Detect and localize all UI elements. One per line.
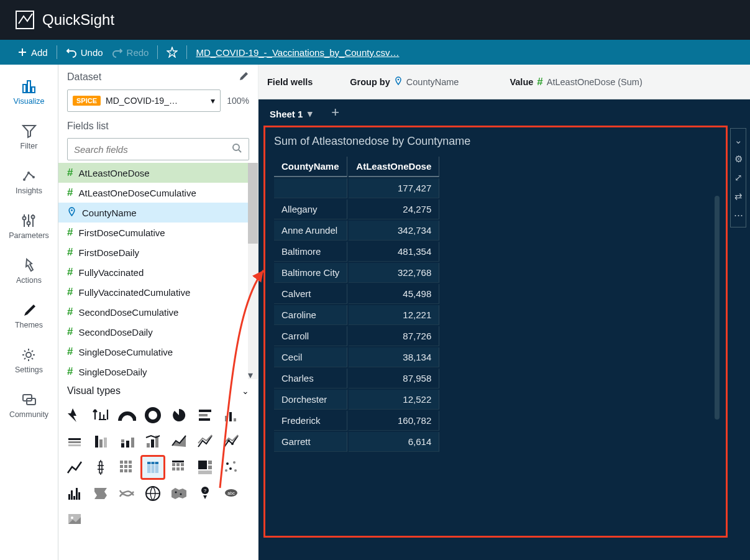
field-item[interactable]: #SingleDoseCumulative bbox=[58, 342, 258, 362]
undo-button[interactable]: Undo bbox=[66, 47, 103, 58]
visual-type-option[interactable] bbox=[167, 403, 191, 428]
value-value[interactable]: AtLeastOneDose (Sum) bbox=[547, 77, 643, 87]
svg-rect-66 bbox=[68, 494, 70, 500]
svg-rect-18 bbox=[199, 414, 208, 416]
visual-type-option[interactable] bbox=[219, 403, 244, 428]
table-row[interactable]: Anne Arundel342,734 bbox=[274, 221, 439, 241]
field-item[interactable]: #SecondDoseCumulative bbox=[58, 302, 258, 322]
table-row[interactable]: Charles87,958 bbox=[274, 369, 439, 388]
visual-type-option[interactable] bbox=[62, 429, 87, 454]
field-item[interactable]: #SecondDoseDaily bbox=[58, 322, 258, 342]
table-row[interactable]: 177,427 bbox=[274, 178, 439, 198]
visual-type-option[interactable] bbox=[167, 481, 191, 506]
visual-type-option[interactable] bbox=[114, 455, 139, 480]
nav-actions[interactable]: Actions bbox=[16, 254, 42, 288]
edit-dataset-icon[interactable] bbox=[239, 71, 249, 83]
fields-scrollbar-thumb[interactable] bbox=[248, 163, 258, 244]
svg-rect-68 bbox=[73, 496, 75, 500]
nav-settings[interactable]: Settings bbox=[15, 343, 43, 378]
add-sheet-button[interactable]: + bbox=[326, 101, 344, 124]
svg-rect-69 bbox=[76, 488, 78, 500]
more-icon[interactable]: ⋯ bbox=[734, 209, 743, 221]
svg-rect-39 bbox=[120, 461, 123, 464]
visual-type-option[interactable] bbox=[193, 429, 217, 454]
visual-type-option[interactable] bbox=[88, 429, 113, 454]
visual-type-option[interactable] bbox=[193, 403, 217, 428]
table-row[interactable]: Garrett6,614 bbox=[274, 432, 439, 452]
table-row[interactable]: Carroll87,726 bbox=[274, 326, 439, 346]
table-row[interactable]: Cecil38,134 bbox=[274, 347, 439, 367]
redo-button[interactable]: Redo bbox=[112, 47, 149, 58]
visual-type-option[interactable]: ? bbox=[193, 481, 217, 506]
field-wells[interactable]: Field wells Group by CountyName Value # … bbox=[258, 65, 750, 99]
visual-type-option[interactable] bbox=[219, 429, 244, 454]
field-item[interactable]: #AtLeastOneDoseCumulative bbox=[58, 183, 258, 203]
expand-down-icon[interactable]: ⌄ bbox=[734, 135, 743, 146]
visual-type-option[interactable] bbox=[114, 403, 139, 428]
chevron-down-icon[interactable]: ▾ bbox=[308, 108, 313, 119]
visual-type-option[interactable] bbox=[62, 481, 87, 506]
visual-type-option[interactable] bbox=[62, 455, 87, 480]
groupby-value[interactable]: CountyName bbox=[406, 77, 459, 87]
canvas[interactable]: Sheet 1 ▾ + Sum of Atleastonedose by Cou… bbox=[258, 99, 750, 560]
field-item[interactable]: #FirstDoseDaily bbox=[58, 242, 258, 262]
visual-type-option[interactable]: abc bbox=[219, 481, 244, 506]
fields-more-icon[interactable]: ▾ bbox=[248, 369, 253, 381]
visual-type-option[interactable] bbox=[193, 455, 217, 480]
fullscreen-icon[interactable]: ⤢ bbox=[734, 172, 743, 183]
nav-community[interactable]: Community bbox=[9, 388, 48, 423]
field-item[interactable]: #SingleDoseDaily bbox=[58, 362, 258, 379]
table-header[interactable]: AtLeastOneDose bbox=[349, 157, 439, 177]
table-scrollbar[interactable] bbox=[715, 196, 720, 420]
table-row[interactable]: Dorchester12,522 bbox=[274, 390, 439, 410]
table-row[interactable]: Allegany24,275 bbox=[274, 200, 439, 219]
visual-type-option[interactable] bbox=[140, 455, 165, 480]
field-item[interactable]: #FullyVaccinatedCumulative bbox=[58, 282, 258, 302]
dataset-dropdown[interactable]: SPICE MD_COVID-19_… ▾ bbox=[67, 90, 221, 112]
field-item[interactable]: #FirstDoseCumulative bbox=[58, 223, 258, 242]
nav-insights[interactable]: Insights bbox=[16, 164, 42, 199]
field-label: AtLeastOneDose bbox=[78, 168, 149, 178]
table-row[interactable]: Caroline12,221 bbox=[274, 305, 439, 325]
add-button[interactable]: Add bbox=[17, 47, 48, 58]
svg-point-80 bbox=[397, 79, 399, 81]
gear-icon[interactable]: ⚙ bbox=[734, 154, 743, 165]
table-row[interactable]: Baltimore481,354 bbox=[274, 242, 439, 262]
field-item[interactable]: #FullyVaccinated bbox=[58, 262, 258, 282]
visual-type-option[interactable] bbox=[114, 481, 139, 506]
visual-type-option[interactable] bbox=[62, 507, 87, 532]
visual-type-option[interactable] bbox=[167, 455, 191, 480]
nav-parameters[interactable]: Parameters bbox=[9, 209, 49, 244]
nav-filter[interactable]: Filter bbox=[21, 119, 38, 154]
visual-type-option[interactable] bbox=[88, 481, 113, 506]
star-button[interactable] bbox=[167, 47, 178, 58]
sheet-tab[interactable]: Sheet 1 ▾ bbox=[265, 103, 318, 124]
search-fields[interactable] bbox=[67, 138, 249, 160]
visual-type-option[interactable] bbox=[114, 429, 139, 454]
visual-widget[interactable]: Sum of Atleastonedose by Countyname Coun… bbox=[263, 126, 728, 538]
visual-type-option[interactable] bbox=[140, 481, 165, 506]
app-name: QuickSight bbox=[42, 11, 114, 29]
swap-icon[interactable]: ⇄ bbox=[734, 191, 743, 202]
field-item[interactable]: CountyName bbox=[58, 203, 258, 223]
search-input[interactable] bbox=[74, 144, 226, 155]
number-icon: # bbox=[67, 346, 73, 358]
nav-themes[interactable]: Themes bbox=[15, 298, 43, 333]
table-row[interactable]: Calvert45,498 bbox=[274, 284, 439, 304]
visual-type-option[interactable] bbox=[88, 455, 113, 480]
analysis-title[interactable]: MD_COVID-19_-_Vaccinations_by_County.csv… bbox=[196, 47, 399, 58]
field-item[interactable]: #AtLeastOneDose bbox=[58, 163, 258, 183]
visual-type-option[interactable] bbox=[219, 455, 244, 480]
visual-type-option[interactable] bbox=[140, 429, 165, 454]
table-header[interactable]: CountyName bbox=[274, 157, 347, 177]
table-row[interactable]: Frederick160,782 bbox=[274, 411, 439, 431]
svg-rect-67 bbox=[71, 490, 73, 500]
visual-type-option[interactable] bbox=[62, 403, 87, 428]
collapse-icon[interactable]: ⌄ bbox=[242, 386, 249, 396]
nav-visualize[interactable]: Visualize bbox=[14, 75, 45, 109]
visual-type-option[interactable] bbox=[167, 429, 191, 454]
visual-type-option[interactable] bbox=[140, 403, 165, 428]
visual-type-option[interactable] bbox=[88, 403, 113, 428]
table-row[interactable]: Baltimore City322,768 bbox=[274, 263, 439, 283]
number-icon: # bbox=[67, 226, 73, 239]
